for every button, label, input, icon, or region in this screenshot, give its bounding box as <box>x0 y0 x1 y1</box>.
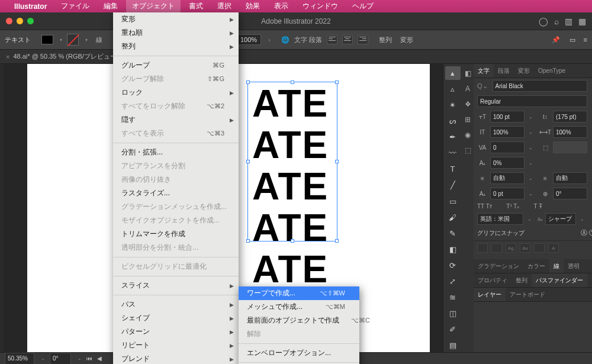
menu-window[interactable]: ウィンドウ <box>297 0 344 12</box>
tab-transparency[interactable]: 透明 <box>564 259 584 273</box>
collapsed-panel-icon[interactable]: ❖ <box>462 98 474 110</box>
align-right-button[interactable] <box>358 35 368 44</box>
document-tab[interactable]: 48.ai* @ 50.35 % (RGB/プレビュー) <box>13 52 118 61</box>
transform-link[interactable]: 変形 <box>400 36 413 44</box>
auto2-field[interactable]: 自動 <box>553 172 587 184</box>
menu-effect[interactable]: 効果 <box>240 0 266 12</box>
collapsed-panel-icon[interactable]: A <box>462 83 474 95</box>
tracking-field[interactable] <box>553 141 587 153</box>
arrange-icon[interactable]: ▥ <box>565 17 572 26</box>
menu-item[interactable]: シェイプ▶ <box>113 311 239 325</box>
font-style-field[interactable]: Regular <box>477 95 587 107</box>
rotate-view-field[interactable]: 0° <box>50 353 71 365</box>
track2-field[interactable]: 0 pt <box>490 188 525 199</box>
menu-item[interactable]: ワープで作成...⌥⇧⌘W <box>239 286 359 300</box>
menu-item[interactable]: パターン▶ <box>113 325 239 339</box>
menu-item[interactable]: ラスタライズ... <box>113 186 239 200</box>
menu-object[interactable]: オブジェクト <box>126 0 181 12</box>
menu-item[interactable]: 分割・拡張... <box>113 146 239 159</box>
scale-tool[interactable]: ⤢ <box>445 275 461 288</box>
globe-icon[interactable]: 🌐 <box>281 36 289 44</box>
menu-item[interactable]: 整列▶ <box>113 40 239 53</box>
paintbrush-tool[interactable]: 🖌 <box>445 211 461 224</box>
tab-pathfinder[interactable]: パスファインダー <box>532 273 587 287</box>
menu-help[interactable]: ヘルプ <box>346 0 379 12</box>
lasso-tool[interactable]: ᔕ <box>445 114 461 128</box>
shaper-tool[interactable]: ✎ <box>445 227 461 240</box>
collapsed-panel-icon[interactable]: ⊞ <box>462 114 474 125</box>
direct-selection-tool[interactable]: ▵ <box>445 82 461 96</box>
tab-opentype[interactable]: OpenType <box>534 64 570 78</box>
tab-properties[interactable]: プロパティ <box>474 273 511 287</box>
align-center-button[interactable] <box>342 35 353 44</box>
tab-close-icon[interactable]: × <box>6 53 9 60</box>
align-link[interactable]: 整列 <box>379 36 392 44</box>
pin-icon[interactable]: 📌 <box>552 36 560 44</box>
menu-type[interactable]: 書式 <box>183 0 209 12</box>
rotate-tool[interactable]: ⟳ <box>445 259 461 272</box>
hscale-field[interactable]: 100% <box>553 126 587 138</box>
tab-layers[interactable]: レイヤー <box>474 288 506 301</box>
auto1-field[interactable]: 自動 <box>490 172 525 184</box>
user-icon[interactable]: ◯ <box>539 17 548 26</box>
eyedropper-tool[interactable]: ✐ <box>445 323 461 336</box>
menu-item[interactable]: グループ⌘G <box>113 59 239 72</box>
nav-prev-icon[interactable]: ◀ <box>97 355 102 362</box>
tab-paragraph[interactable]: 段落 <box>494 64 514 78</box>
stroke-swatch[interactable] <box>67 34 79 46</box>
tab-align[interactable]: 整列 <box>511 273 532 287</box>
tab-gradient[interactable]: グラデーション <box>474 259 523 273</box>
menu-item[interactable]: 最前面のオブジェクトで作成⌥⌘C <box>239 314 359 327</box>
menu-view[interactable]: 表示 <box>268 0 294 12</box>
font-size-field[interactable]: 100 pt <box>490 111 525 123</box>
snap-toggle-icon[interactable]: Ⓐ ① <box>581 228 592 237</box>
zoom-button[interactable] <box>27 18 34 24</box>
line-tool[interactable]: ╱ <box>445 178 461 192</box>
width-tool[interactable]: ≋ <box>445 291 461 304</box>
menu-item[interactable]: ブレンド▶ <box>113 352 239 364</box>
kerning-field[interactable]: 0 <box>490 141 525 153</box>
menu-item[interactable]: 隠す▶ <box>113 113 239 127</box>
align-left-button[interactable] <box>327 35 337 44</box>
panel-options-icon[interactable]: ▭ <box>570 36 575 44</box>
rectangle-tool[interactable]: ▭ <box>445 195 461 208</box>
glyph-btn[interactable]: A <box>548 243 559 253</box>
glyph-btn[interactable] <box>477 243 488 253</box>
collapsed-panel-icon[interactable]: ◉ <box>462 129 474 141</box>
glyph-btn[interactable]: Ag <box>506 243 516 253</box>
collapsed-panel-icon[interactable]: ⬚ <box>462 144 474 156</box>
opacity-field[interactable]: 100% <box>236 34 261 45</box>
vscale-field[interactable]: 100% <box>490 126 525 138</box>
menu-edit[interactable]: 編集 <box>98 0 124 12</box>
gradient-tool[interactable]: ▤ <box>445 339 461 352</box>
curvature-tool[interactable]: 〰 <box>445 146 461 160</box>
selection-tool[interactable]: ▴ <box>445 66 461 80</box>
menu-item[interactable]: トリムマークを作成 <box>113 227 239 241</box>
menu-select[interactable]: 選択 <box>211 0 237 12</box>
search-icon[interactable]: ⌕ <box>554 17 559 26</box>
language-field[interactable]: 英語：米国 <box>477 213 523 225</box>
minimize-button[interactable] <box>17 18 23 24</box>
menu-item[interactable]: リピート▶ <box>113 339 239 352</box>
tab-transform[interactable]: 変形 <box>514 64 534 78</box>
nav-first-icon[interactable]: ⏮ <box>86 355 92 362</box>
zoom-level-field[interactable]: 50.35% <box>5 353 34 365</box>
antialias-field[interactable]: シャープ <box>545 213 576 225</box>
free-transform-tool[interactable]: ◫ <box>445 307 461 320</box>
fill-swatch[interactable] <box>41 35 53 44</box>
eraser-tool[interactable]: ◧ <box>445 243 461 256</box>
menu-item[interactable]: エンベロープオプション... <box>239 346 359 360</box>
close-button[interactable] <box>6 18 12 24</box>
menu-item[interactable]: 変形▶ <box>113 12 239 26</box>
tab-color[interactable]: カラー <box>523 259 549 273</box>
tab-character[interactable]: 文字 <box>474 64 494 78</box>
menu-item[interactable]: メッシュで作成...⌥⌘M <box>239 300 359 314</box>
leading-field[interactable]: (175 pt) <box>553 111 587 123</box>
char-rotate-field[interactable]: 0° <box>553 188 587 199</box>
glyph-btn[interactable] <box>534 243 545 253</box>
workspace-icon[interactable]: ▦ <box>578 17 586 26</box>
overflow-icon[interactable]: ≡ <box>584 36 587 43</box>
type-tool[interactable]: T <box>445 162 461 176</box>
menu-item[interactable]: スライス▶ <box>113 279 239 292</box>
collapsed-panel-icon[interactable]: ◧ <box>462 67 474 79</box>
